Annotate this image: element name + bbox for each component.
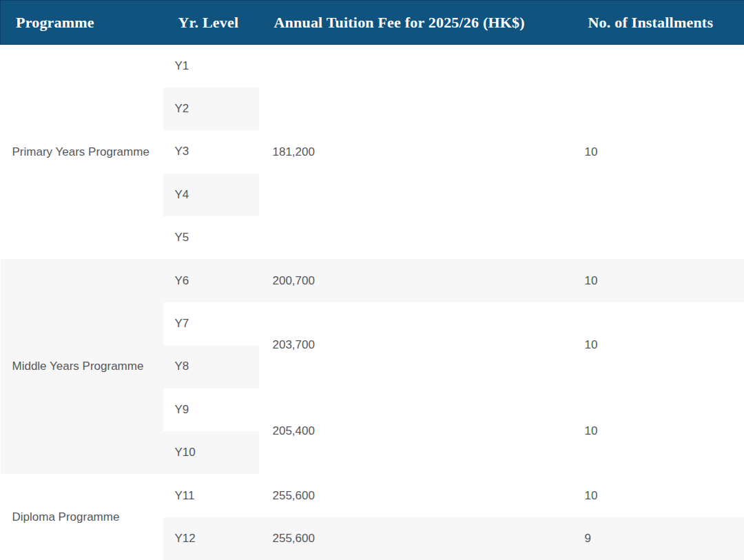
installments-cell-pyp: 10 (573, 45, 744, 260)
fee-cell-pyp: 181,200 (259, 45, 573, 260)
header-row: Programme Yr. Level Annual Tuition Fee f… (1, 1, 744, 45)
year-cell-y9: Y9 (163, 388, 259, 431)
programme-cell-myp: Middle Years Programme (1, 259, 163, 474)
year-cell-y7: Y7 (163, 302, 259, 345)
programme-cell-pyp: Primary Years Programme (1, 45, 163, 260)
installments-cell-y6: 10 (573, 259, 744, 302)
fee-cell-y12: 255,600 (259, 517, 573, 560)
year-cell-y4: Y4 (163, 174, 259, 216)
tuition-fee-table: Programme Yr. Level Annual Tuition Fee f… (0, 0, 744, 560)
installments-cell-y11: 10 (573, 474, 744, 517)
year-cell-y8: Y8 (163, 345, 259, 388)
year-cell-y11: Y11 (163, 474, 259, 517)
table-row-y1: Primary Years Programme Y1 181,200 10 (1, 45, 744, 87)
installments-cell-y12: 9 (573, 517, 744, 560)
col-header-programme: Programme (1, 1, 163, 45)
fee-cell-y9-y10: 205,400 (259, 388, 573, 475)
col-header-year-level: Yr. Level (163, 1, 259, 45)
year-cell-y10: Y10 (163, 431, 259, 474)
year-cell-y6: Y6 (163, 259, 259, 302)
table-header: Programme Yr. Level Annual Tuition Fee f… (1, 1, 744, 45)
year-cell-y2: Y2 (163, 87, 259, 130)
table-body: Primary Years Programme Y1 181,200 10 Y2… (1, 45, 744, 560)
programme-cell-dp: Diploma Programme (1, 474, 163, 560)
table-row-y6: Middle Years Programme Y6 200,700 10 (1, 259, 744, 302)
fee-cell-y6: 200,700 (259, 259, 573, 302)
col-header-annual-tuition-fee: Annual Tuition Fee for 2025/26 (HK$) (259, 1, 573, 45)
installments-cell-y9-y10: 10 (573, 388, 744, 475)
fee-cell-y11: 255,600 (259, 474, 573, 517)
tuition-fees-page: Programme Yr. Level Annual Tuition Fee f… (0, 0, 744, 560)
col-header-installments: No. of Installments (573, 1, 744, 45)
year-cell-y1: Y1 (163, 45, 259, 87)
installments-cell-y7-y8: 10 (573, 302, 744, 388)
table-row-y11: Diploma Programme Y11 255,600 10 (1, 474, 744, 517)
year-cell-y3: Y3 (163, 130, 259, 173)
fee-cell-y7-y8: 203,700 (259, 302, 573, 388)
year-cell-y12: Y12 (163, 517, 259, 560)
year-cell-y5: Y5 (163, 216, 259, 259)
